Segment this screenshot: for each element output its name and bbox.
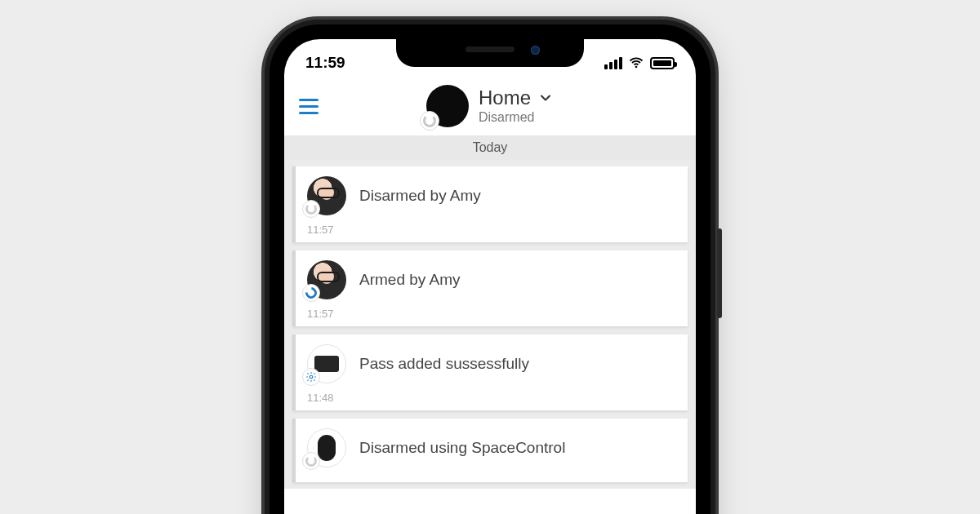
hub-state: Disarmed xyxy=(479,110,554,125)
phone-frame: 11:59 xyxy=(270,24,710,514)
event-text: Armed by Amy xyxy=(359,271,461,289)
event-list[interactable]: Disarmed by Amy 11:57 Armed by Amy 11:57 xyxy=(284,160,696,489)
svg-point-0 xyxy=(635,66,638,69)
disarm-badge-icon xyxy=(302,200,320,218)
status-time: 11:59 xyxy=(305,54,345,72)
event-time: 11:57 xyxy=(307,224,676,236)
phone-notch xyxy=(396,39,584,67)
disarm-badge-icon xyxy=(302,452,320,470)
day-header: Today xyxy=(284,135,696,160)
chevron-down-icon xyxy=(537,90,554,106)
hub-selector[interactable]: Home Disarmed xyxy=(330,85,650,127)
sync-badge-icon xyxy=(420,111,439,131)
event-avatar xyxy=(307,344,346,383)
hub-avatar xyxy=(426,85,469,127)
gear-badge-icon xyxy=(302,368,320,386)
event-text: Disarmed by Amy xyxy=(359,187,481,205)
event-avatar xyxy=(307,260,346,299)
hub-name: Home xyxy=(479,87,531,109)
event-item[interactable]: Pass added sussessfully 11:48 xyxy=(292,335,688,410)
phone-screen: 11:59 xyxy=(284,39,696,514)
arm-badge-icon xyxy=(302,284,320,302)
event-text: Pass added sussessfully xyxy=(359,355,529,373)
battery-icon xyxy=(650,57,675,69)
status-indicators xyxy=(604,55,675,71)
event-time: 11:57 xyxy=(307,308,676,320)
event-avatar xyxy=(307,176,346,215)
event-avatar xyxy=(307,428,346,467)
menu-icon[interactable] xyxy=(299,93,325,119)
event-item[interactable]: Armed by Amy 11:57 xyxy=(292,250,688,326)
hub-title-block: Home Disarmed xyxy=(479,87,554,125)
cellular-signal-icon xyxy=(604,57,622,69)
event-time: 11:48 xyxy=(307,392,676,404)
wifi-icon xyxy=(628,55,644,71)
event-item[interactable]: Disarmed using SpaceControl xyxy=(292,419,688,482)
event-item[interactable]: Disarmed by Amy 11:57 xyxy=(292,166,688,242)
app-header: Home Disarmed xyxy=(284,78,696,135)
phone-side-button xyxy=(717,228,722,318)
event-text: Disarmed using SpaceControl xyxy=(359,439,565,457)
svg-point-1 xyxy=(310,375,313,379)
